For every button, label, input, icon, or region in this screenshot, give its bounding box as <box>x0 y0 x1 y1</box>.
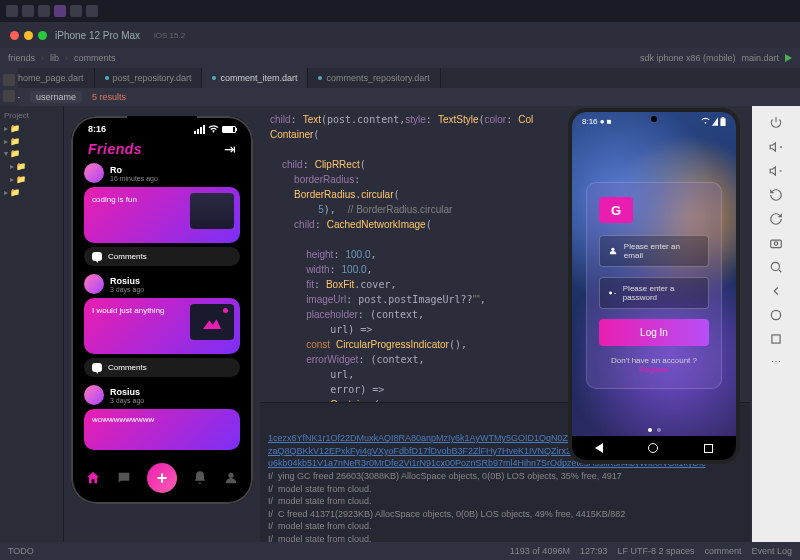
svg-rect-4 <box>772 335 780 343</box>
google-signin-button[interactable]: G <box>599 197 633 223</box>
breadcrumb-folder[interactable]: lib <box>50 53 59 63</box>
key-icon <box>608 288 617 298</box>
simulator-window-header: iPhone 12 Pro Max iOS 15.2 <box>0 22 800 48</box>
post-feed[interactable]: Ro 16 minutes ago coding is fun Comments <box>74 163 250 450</box>
browser-tab[interactable] <box>38 5 50 17</box>
browser-tab-active[interactable] <box>54 5 66 17</box>
iphone-notch <box>127 116 197 130</box>
file-tab[interactable]: comments_repository.dart <box>308 68 440 88</box>
post-thumbnail[interactable] <box>190 304 234 340</box>
browser-tab[interactable] <box>70 5 82 17</box>
home-icon[interactable] <box>769 308 783 322</box>
notifications-tab-icon[interactable] <box>192 470 208 486</box>
event-log-button[interactable]: Event Log <box>751 546 792 556</box>
breadcrumb-root[interactable]: friends <box>8 53 35 63</box>
chat-tab-icon[interactable] <box>116 470 132 486</box>
post-thumbnail[interactable] <box>190 193 234 229</box>
browser-tab[interactable] <box>22 5 34 17</box>
structure-tool-button[interactable] <box>3 90 15 102</box>
bottom-nav: + <box>77 458 247 498</box>
rotate-left-icon[interactable] <box>769 188 783 202</box>
dart-file-icon <box>212 76 216 80</box>
post-caption: wowwwwwwwww <box>92 415 232 424</box>
android-recents-button[interactable] <box>704 444 713 453</box>
more-icon[interactable]: ⋯ <box>771 356 781 367</box>
android-home-button[interactable] <box>648 443 658 453</box>
app-header: Friends ⇥ <box>74 139 250 163</box>
power-icon[interactable] <box>769 116 783 130</box>
file-tab-active[interactable]: comment_item.dart <box>202 68 308 88</box>
signal-icon <box>712 117 718 126</box>
post-card[interactable]: I would just anything <box>84 298 240 354</box>
android-nav-bar <box>572 436 736 460</box>
camera-cutout <box>651 116 657 122</box>
file-tab[interactable]: post_repository.dart <box>95 68 203 88</box>
email-placeholder: Please enter an email <box>624 242 700 260</box>
svg-point-2 <box>771 262 779 270</box>
battery-icon <box>222 126 236 133</box>
context-indicator: comment <box>704 546 741 556</box>
home-tab-icon[interactable] <box>85 470 101 486</box>
post-item: Ro 16 minutes ago coding is fun Comments <box>84 163 240 266</box>
post-author: Rosius <box>110 276 144 286</box>
email-field[interactable]: Please enter an email <box>599 235 709 267</box>
encoding-indicator[interactable]: LF UTF-8 2 spaces <box>617 546 694 556</box>
maximize-window-button[interactable] <box>38 31 47 40</box>
simulator-subtitle: iOS 15.2 <box>154 31 185 40</box>
avatar[interactable] <box>84 274 104 294</box>
avatar[interactable] <box>84 385 104 405</box>
page-indicator <box>572 428 736 432</box>
minimize-window-button[interactable] <box>24 31 33 40</box>
login-button[interactable]: Log In <box>599 319 709 346</box>
volume-up-icon[interactable] <box>769 140 783 154</box>
android-emulator: 8:16 ● ■ G Please enter an email Please … <box>568 108 740 464</box>
window-controls <box>10 31 47 40</box>
profile-tab-icon[interactable] <box>223 470 239 486</box>
browser-tab[interactable] <box>6 5 18 17</box>
volume-down-icon[interactable] <box>769 164 783 178</box>
status-time: 8:16 ● ■ <box>582 117 612 126</box>
app-logo: Friends <box>88 141 142 157</box>
overview-icon[interactable] <box>769 332 783 346</box>
browser-tab[interactable] <box>86 5 98 17</box>
rotate-right-icon[interactable] <box>769 212 783 226</box>
post-author: Ro <box>110 165 158 175</box>
signup-prompt: Don't have an account ? Register <box>599 356 709 374</box>
wifi-icon <box>701 117 710 125</box>
android-back-button[interactable] <box>595 443 603 453</box>
todo-tool-button[interactable]: TODO <box>8 546 34 556</box>
caret-position: 127:93 <box>580 546 608 556</box>
create-post-button[interactable]: + <box>147 463 177 493</box>
close-window-button[interactable] <box>10 31 19 40</box>
run-device-selector[interactable]: sdk iphone x86 (mobile) <box>640 53 736 63</box>
ide-toolbar: friends › lib › comments sdk iphone x86 … <box>0 48 800 68</box>
login-card: G Please enter an email Please enter a p… <box>586 182 722 389</box>
find-input[interactable]: username <box>30 91 82 103</box>
run-button-icon[interactable] <box>785 54 792 62</box>
post-card[interactable]: wowwwwwwwww <box>84 409 240 450</box>
comments-button[interactable]: Comments <box>84 247 240 266</box>
register-link[interactable]: Register <box>639 365 669 374</box>
iphone-simulator: 8:16 Friends ⇥ Ro 16 m <box>66 111 258 509</box>
signal-icon <box>194 125 205 134</box>
project-tool-button[interactable] <box>3 74 15 86</box>
password-field[interactable]: Please enter a password <box>599 277 709 309</box>
dart-file-icon <box>318 76 322 80</box>
run-entry[interactable]: main.dart <box>741 53 779 63</box>
comments-button[interactable]: Comments <box>84 358 240 377</box>
svg-point-5 <box>229 473 234 478</box>
image-placeholder-icon <box>203 315 221 329</box>
avatar[interactable] <box>84 163 104 183</box>
logout-icon[interactable]: ⇥ <box>224 141 236 157</box>
camera-icon[interactable] <box>769 236 783 250</box>
back-icon[interactable] <box>769 284 783 298</box>
android-status-bar: 8:16 ● ■ <box>572 112 736 130</box>
breadcrumb-folder[interactable]: comments <box>74 53 116 63</box>
editor-tabs: home_page.dart post_repository.dart comm… <box>0 68 800 88</box>
svg-point-3 <box>771 310 780 319</box>
post-card[interactable]: coding is fun <box>84 187 240 243</box>
svg-point-8 <box>611 248 614 251</box>
project-tree[interactable]: Project ▸ 📁 ▸ 📁 ▾ 📁 ▸ 📁 ▸ 📁 ▸ 📁 <box>0 106 63 204</box>
zoom-icon[interactable] <box>769 260 783 274</box>
browser-tab-strip <box>0 0 800 22</box>
